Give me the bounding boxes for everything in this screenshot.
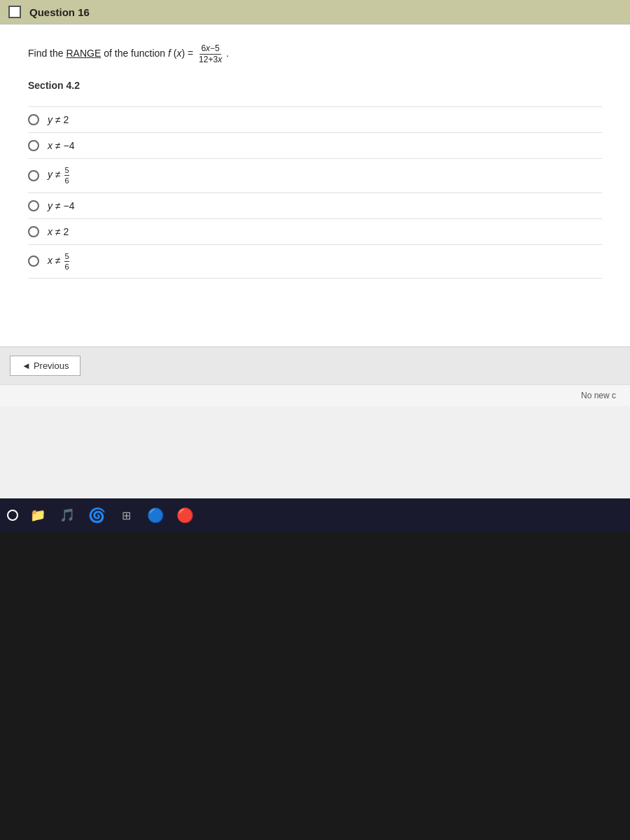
edge-icon[interactable]: 🌀 [84,503,109,528]
start-button[interactable] [7,510,18,521]
question-checkbox[interactable] [8,6,21,18]
section-label: Section 4.2 [28,80,602,91]
option-label-1: y ≠ 2 [48,114,69,125]
apps-grid-icon[interactable]: ⊞ [113,503,139,528]
question-text: Find the RANGE of the function f (x) = 6… [28,44,602,64]
radio-opt4[interactable] [28,200,39,211]
chrome-alt-icon[interactable]: 🔴 [172,503,197,528]
func-denominator: 12+3x [197,55,223,64]
notification-bar: No new c [0,384,630,406]
list-item: x ≠ −4 [28,132,602,158]
option-label-5: x ≠ 2 [48,226,69,237]
fraction-5-6: 56 [64,166,69,185]
question-intro: Find the [28,48,64,59]
footer-bar: ◄ Previous [0,346,630,384]
list-item: y ≠ 56 [28,158,602,192]
taskbar: 📁 🎵 🌀 ⊞ 🔵 🔴 [0,498,630,532]
option-label-3: y ≠ 56 [48,166,69,185]
list-item: y ≠ −4 [28,192,602,218]
notification-text: No new c [581,391,616,400]
screen: Question 16 Find the RANGE of the functi… [0,0,630,532]
title-bar: Question 16 [0,0,630,24]
question-title: Question 16 [29,6,90,18]
radio-opt6[interactable] [28,255,39,267]
list-item: x ≠ 2 [28,218,602,244]
radio-opt2[interactable] [28,140,39,151]
options-list: y ≠ 2 x ≠ −4 y ≠ 56 y ≠ −4 x ≠ 2 [28,106,602,278]
fraction-5-6-x: 56 [64,252,69,271]
list-item: x ≠ 56 [28,244,602,279]
radio-opt3[interactable] [28,170,39,181]
chrome-icon[interactable]: 🔵 [143,503,168,528]
func-numerator: 6x−5 [200,44,220,55]
music-icon[interactable]: 🎵 [55,503,80,528]
radio-opt5[interactable] [28,226,39,237]
previous-label: Previous [34,360,69,371]
previous-button[interactable]: ◄ Previous [10,356,80,376]
radio-opt1[interactable] [28,114,39,125]
file-explorer-icon[interactable]: 📁 [25,503,50,528]
previous-arrow-icon: ◄ [22,360,31,371]
question-mid: of the function [104,48,165,59]
range-word: RANGE [66,48,101,59]
option-label-4: y ≠ −4 [48,200,74,211]
dark-background [0,532,630,840]
function-fraction: 6x−5 12+3x [197,44,223,64]
content-area: Find the RANGE of the function f (x) = 6… [0,24,630,346]
option-label-6: x ≠ 56 [48,252,69,271]
list-item: y ≠ 2 [28,106,602,132]
func-name: f (x) = [168,48,196,59]
option-label-2: x ≠ −4 [48,140,74,151]
